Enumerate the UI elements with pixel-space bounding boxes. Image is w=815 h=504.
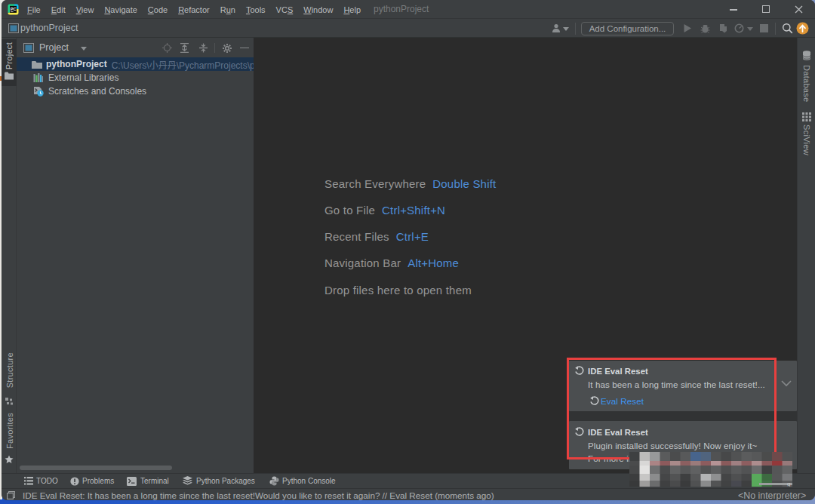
svg-text:g: g <box>787 481 790 487</box>
svg-text:PC: PC <box>11 7 17 11</box>
